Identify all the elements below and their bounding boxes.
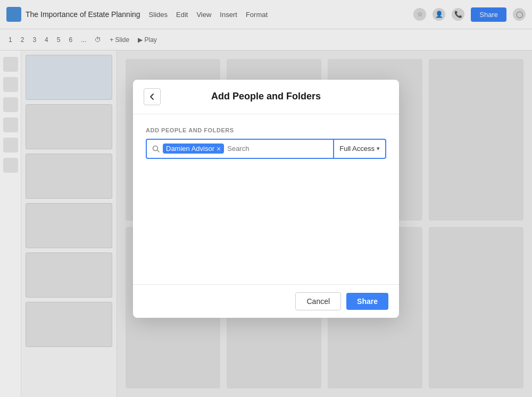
svg-line-1 bbox=[157, 150, 160, 152]
back-arrow-icon bbox=[148, 92, 156, 101]
modal-footer: Cancel Share bbox=[133, 284, 399, 318]
access-dropdown-label: Full Access bbox=[339, 145, 375, 153]
search-input[interactable] bbox=[227, 145, 328, 153]
tag-chip-label: Damien Advisor bbox=[166, 145, 214, 153]
modal-header: Add People and Folders bbox=[133, 80, 399, 114]
section-label: ADD PEOPLE AND FOLDERS bbox=[146, 127, 386, 133]
search-icon bbox=[152, 145, 160, 153]
access-dropdown[interactable]: Full Access ▾ bbox=[334, 139, 386, 159]
back-button[interactable] bbox=[144, 88, 161, 105]
search-row: Damien Advisor × Full Access ▾ bbox=[146, 139, 386, 159]
search-input-container[interactable]: Damien Advisor × bbox=[146, 139, 334, 159]
dropdown-arrow-icon: ▾ bbox=[377, 145, 380, 152]
share-button[interactable]: Share bbox=[346, 293, 388, 310]
modal-title: Add People and Folders bbox=[167, 91, 365, 102]
tag-chip-damien[interactable]: Damien Advisor × bbox=[163, 143, 224, 154]
cancel-button[interactable]: Cancel bbox=[295, 292, 341, 310]
modal-dialog: Add People and Folders ADD PEOPLE AND FO… bbox=[133, 80, 399, 318]
tag-chip-close-icon[interactable]: × bbox=[217, 145, 221, 153]
modal-body: ADD PEOPLE AND FOLDERS Damien Advisor × bbox=[133, 114, 399, 284]
